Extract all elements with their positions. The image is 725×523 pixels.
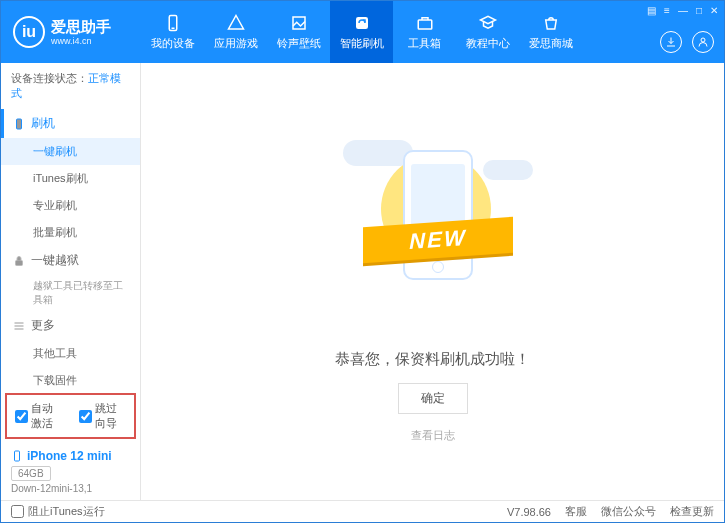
skip-guide-checkbox[interactable]: 跳过向导 <box>79 401 127 431</box>
app-title: 爱思助手 <box>51 18 111 36</box>
sidebar-jailbreak-note: 越狱工具已转移至工具箱 <box>1 275 140 311</box>
wechat-link[interactable]: 微信公众号 <box>601 504 656 519</box>
success-message: 恭喜您，保资料刷机成功啦！ <box>335 350 530 369</box>
sidebar-group-flash[interactable]: 刷机 <box>1 109 140 138</box>
svg-rect-7 <box>16 260 23 265</box>
nav-tutorial[interactable]: 教程中心 <box>456 1 519 63</box>
svg-rect-6 <box>17 119 22 129</box>
logo-area: iu 爱思助手 www.i4.cn <box>1 16 141 48</box>
account-button[interactable] <box>692 31 714 53</box>
close-button[interactable]: ✕ <box>710 5 718 16</box>
skin-button[interactable]: ≡ <box>664 5 670 16</box>
flash-icon <box>352 14 372 32</box>
nav-flash[interactable]: 智能刷机 <box>330 1 393 63</box>
download-icon <box>665 36 677 48</box>
device-icon <box>163 14 183 32</box>
sidebar-group-jailbreak[interactable]: 一键越狱 <box>1 246 140 275</box>
nav-toolbox[interactable]: 工具箱 <box>393 1 456 63</box>
svg-rect-3 <box>356 17 368 29</box>
toolbox-icon <box>415 14 435 32</box>
sidebar-item-itunes-flash[interactable]: iTunes刷机 <box>1 165 140 192</box>
success-illustration: NEW <box>333 130 533 310</box>
more-icon <box>13 320 25 332</box>
sidebar-group-more[interactable]: 更多 <box>1 311 140 340</box>
device-storage-badge: 64GB <box>11 466 51 481</box>
tutorial-icon <box>478 14 498 32</box>
maximize-button[interactable]: □ <box>696 5 702 16</box>
svg-point-5 <box>701 38 705 42</box>
status-bar: 阻止iTunes运行 V7.98.66 客服 微信公众号 检查更新 <box>1 500 724 522</box>
main-nav: 我的设备 应用游戏 铃声壁纸 智能刷机 工具箱 教程中心 爱思商城 <box>141 1 582 63</box>
device-info[interactable]: iPhone 12 mini 64GB Down-12mini-13,1 <box>1 443 140 500</box>
user-icon <box>697 36 709 48</box>
phone-illustration-icon <box>403 150 473 280</box>
sidebar-item-onekey-flash[interactable]: 一键刷机 <box>1 138 140 165</box>
sidebar-item-pro-flash[interactable]: 专业刷机 <box>1 192 140 219</box>
nav-store[interactable]: 爱思商城 <box>519 1 582 63</box>
sidebar-item-download-firmware[interactable]: 下载固件 <box>1 367 140 389</box>
apps-icon <box>226 14 246 32</box>
sidebar: 设备连接状态：正常模式 刷机 一键刷机 iTunes刷机 专业刷机 批量刷机 一… <box>1 63 141 500</box>
lock-icon <box>13 255 25 267</box>
customer-service-link[interactable]: 客服 <box>565 504 587 519</box>
nav-my-device[interactable]: 我的设备 <box>141 1 204 63</box>
view-log-link[interactable]: 查看日志 <box>411 428 455 443</box>
store-icon <box>541 14 561 32</box>
connection-status: 设备连接状态：正常模式 <box>1 63 140 109</box>
app-header: iu 爱思助手 www.i4.cn 我的设备 应用游戏 铃声壁纸 智能刷机 工具… <box>1 1 724 63</box>
svg-rect-4 <box>418 20 432 29</box>
nav-ringtone[interactable]: 铃声壁纸 <box>267 1 330 63</box>
pin-button[interactable]: ▤ <box>647 5 656 16</box>
sidebar-options-box: 自动激活 跳过向导 <box>5 393 136 439</box>
nav-apps[interactable]: 应用游戏 <box>204 1 267 63</box>
phone-icon <box>13 118 25 130</box>
auto-activate-checkbox[interactable]: 自动激活 <box>15 401 63 431</box>
app-url: www.i4.cn <box>51 36 111 47</box>
sidebar-item-other-tools[interactable]: 其他工具 <box>1 340 140 367</box>
logo-icon: iu <box>13 16 45 48</box>
device-detail: Down-12mini-13,1 <box>11 483 130 494</box>
block-itunes-checkbox[interactable]: 阻止iTunes运行 <box>11 504 105 519</box>
window-controls: ▤ ≡ — □ ✕ <box>647 5 718 16</box>
ok-button[interactable]: 确定 <box>398 383 468 414</box>
svg-rect-11 <box>15 451 20 461</box>
version-label: V7.98.66 <box>507 506 551 518</box>
sidebar-item-batch-flash[interactable]: 批量刷机 <box>1 219 140 246</box>
download-button[interactable] <box>660 31 682 53</box>
minimize-button[interactable]: — <box>678 5 688 16</box>
wallpaper-icon <box>289 14 309 32</box>
check-update-link[interactable]: 检查更新 <box>670 504 714 519</box>
main-content: NEW 恭喜您，保资料刷机成功啦！ 确定 查看日志 <box>141 63 724 500</box>
device-phone-icon <box>11 449 23 463</box>
